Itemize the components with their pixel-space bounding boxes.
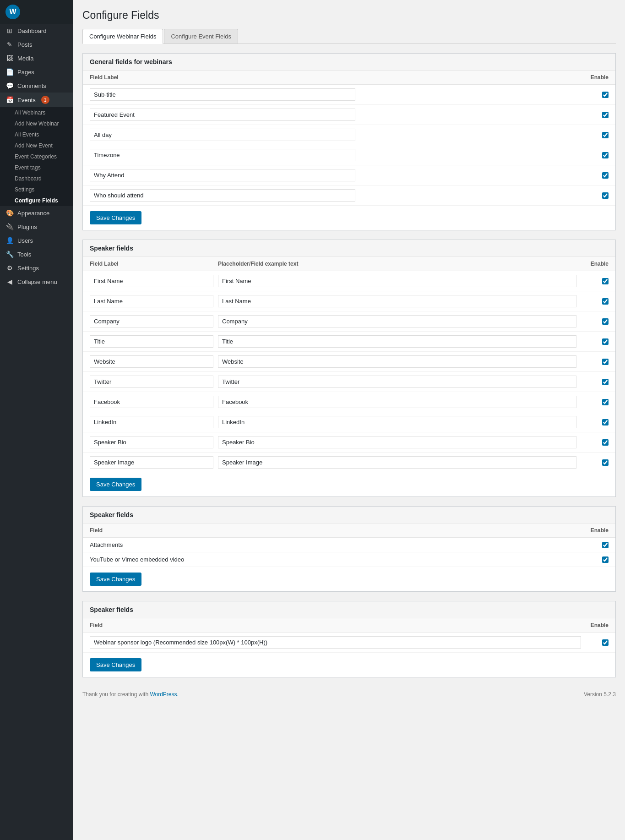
save-changes-button-4[interactable]: Save Changes [90, 658, 141, 671]
speaker-field-placeholder-last-name[interactable] [218, 295, 576, 307]
table-row [83, 372, 615, 392]
sidebar-item-event-tags[interactable]: Event tags [9, 162, 73, 173]
speaker-field-label-twitter[interactable] [90, 376, 213, 388]
checkbox-why-attend[interactable] [602, 172, 609, 179]
collapse-icon: ◀ [5, 278, 14, 285]
sidebar-item-dashboard[interactable]: ⊞ Dashboard [0, 24, 73, 38]
all-webinars-label: All Webinars [15, 109, 45, 116]
speaker-field-label-first-name[interactable] [90, 275, 213, 287]
page-title: Configure Fields [82, 9, 616, 22]
sidebar-logo: W [0, 0, 73, 24]
sidebar-item-comments[interactable]: 💬 Comments [0, 79, 73, 93]
sidebar-item-add-new-webinar[interactable]: Add New Webinar [9, 118, 73, 129]
speaker-fields-section-1: Speaker fields Field Label Placeholder/F… [82, 240, 616, 497]
save-changes-button-3[interactable]: Save Changes [90, 573, 141, 586]
speaker-field-label-facebook[interactable] [90, 396, 213, 408]
tab-configure-event-fields[interactable]: Configure Event Fields [164, 29, 238, 44]
plugins-label: Plugins [17, 224, 37, 230]
save-changes-button-1[interactable]: Save Changes [90, 211, 141, 224]
speaker-field-label-title[interactable] [90, 335, 213, 348]
field-input-why-attend[interactable] [90, 169, 355, 181]
speaker2-col-enable: Enable [581, 527, 609, 534]
settings-label: Settings [15, 186, 34, 193]
sidebar-item-settings[interactable]: Settings [9, 184, 73, 195]
speaker-field-placeholder-title[interactable] [218, 335, 576, 348]
attachments-label: Attachments [90, 541, 581, 548]
all-events-label: All Events [15, 131, 39, 138]
youtube-vimeo-label: YouTube or Vimeo embedded video [90, 556, 581, 563]
table-row [83, 291, 615, 311]
checkbox-youtube-vimeo[interactable] [602, 556, 609, 563]
speaker-field-placeholder-facebook[interactable] [218, 396, 576, 408]
sidebar-item-collapse[interactable]: ◀ Collapse menu [0, 275, 73, 289]
speaker-field-placeholder-company[interactable] [218, 315, 576, 327]
checkbox-featured-event[interactable] [602, 112, 609, 118]
speaker-field-placeholder-website[interactable] [218, 355, 576, 368]
speaker-field-label-website[interactable] [90, 355, 213, 368]
speaker-field-placeholder-first-name[interactable] [218, 275, 576, 287]
speaker-field-label-speaker-image[interactable] [90, 456, 213, 469]
sidebar-item-users[interactable]: 👤 Users [0, 234, 73, 247]
field-input-who-attend[interactable] [90, 189, 355, 202]
sidebar-item-settings-main[interactable]: ⚙ Settings [0, 261, 73, 275]
checkbox-sponsor-logo[interactable] [602, 639, 609, 646]
speaker-field-label-last-name[interactable] [90, 295, 213, 307]
save-changes-button-2[interactable]: Save Changes [90, 478, 141, 491]
checkbox-speaker-website[interactable] [602, 359, 609, 365]
speaker3-col-enable: Enable [581, 622, 609, 628]
checkbox-timezone[interactable] [602, 152, 609, 158]
speaker-field-placeholder-speaker-image[interactable] [218, 456, 576, 469]
speaker-fields-1-title: Speaker fields [83, 240, 615, 257]
checkbox-who-attend[interactable] [602, 192, 609, 199]
sidebar-item-events-dashboard[interactable]: Dashboard [9, 173, 73, 184]
sidebar-item-appearance[interactable]: 🎨 Appearance [0, 206, 73, 220]
checkbox-speaker-twitter[interactable] [602, 379, 609, 385]
sidebar-item-add-new-event[interactable]: Add New Event [9, 140, 73, 151]
checkbox-speaker-first-name[interactable] [602, 278, 609, 284]
field-input-all-day[interactable] [90, 129, 355, 141]
checkbox-speaker-facebook[interactable] [602, 399, 609, 405]
footer-version: Version 5.2.3 [584, 691, 616, 698]
speaker-field-label-speaker-bio[interactable] [90, 436, 213, 448]
speaker-field-label-linkedin[interactable] [90, 416, 213, 428]
checkbox-attachments[interactable] [602, 542, 609, 548]
checkbox-speaker-speaker-bio[interactable] [602, 439, 609, 446]
checkbox-all-day[interactable] [602, 132, 609, 138]
add-new-event-label: Add New Event [15, 142, 53, 149]
table-row [83, 392, 615, 412]
speaker-field-placeholder-linkedin[interactable] [218, 416, 576, 428]
sidebar-item-configure-fields[interactable]: Configure Fields [9, 195, 73, 206]
checkbox-speaker-company[interactable] [602, 318, 609, 325]
field-input-sub-title[interactable] [90, 88, 355, 101]
field-input-sponsor-logo[interactable] [90, 636, 581, 649]
checkbox-speaker-title[interactable] [602, 338, 609, 345]
field-input-timezone[interactable] [90, 149, 355, 161]
speaker-rows-1 [83, 271, 615, 472]
settings-icon: ⚙ [5, 264, 14, 272]
checkbox-speaker-linkedin[interactable] [602, 419, 609, 425]
sidebar-item-event-categories[interactable]: Event Categories [9, 151, 73, 162]
sidebar-item-all-webinars[interactable]: All Webinars [9, 107, 73, 118]
checkbox-speaker-speaker-image[interactable] [602, 459, 609, 466]
table-row [83, 453, 615, 472]
sidebar-item-posts[interactable]: ✎ Posts [0, 38, 73, 51]
add-new-webinar-label: Add New Webinar [15, 120, 59, 127]
checkbox-sub-title[interactable] [602, 92, 609, 98]
field-input-featured-event[interactable] [90, 109, 355, 121]
table-row [83, 165, 615, 185]
users-icon: 👤 [5, 237, 14, 244]
sidebar-item-tools[interactable]: 🔧 Tools [0, 247, 73, 261]
tab-configure-webinar-fields[interactable]: Configure Webinar Fields [82, 29, 163, 44]
speaker-field-placeholder-speaker-bio[interactable] [218, 436, 576, 448]
sidebar-item-pages[interactable]: 📄 Pages [0, 65, 73, 79]
speaker-field-placeholder-twitter[interactable] [218, 376, 576, 388]
speaker-fields-3-header: Field Enable [83, 618, 615, 633]
sidebar-item-plugins[interactable]: 🔌 Plugins [0, 220, 73, 234]
sidebar-item-media[interactable]: 🖼 Media [0, 51, 73, 65]
speaker-field-label-company[interactable] [90, 315, 213, 327]
general-fields-header: Field Label Enable [83, 71, 615, 85]
footer-wp-link[interactable]: WordPress. [150, 691, 178, 698]
sidebar-item-all-events[interactable]: All Events [9, 129, 73, 140]
checkbox-speaker-last-name[interactable] [602, 298, 609, 305]
sidebar-item-events[interactable]: 📅 Events 1 [0, 93, 73, 107]
